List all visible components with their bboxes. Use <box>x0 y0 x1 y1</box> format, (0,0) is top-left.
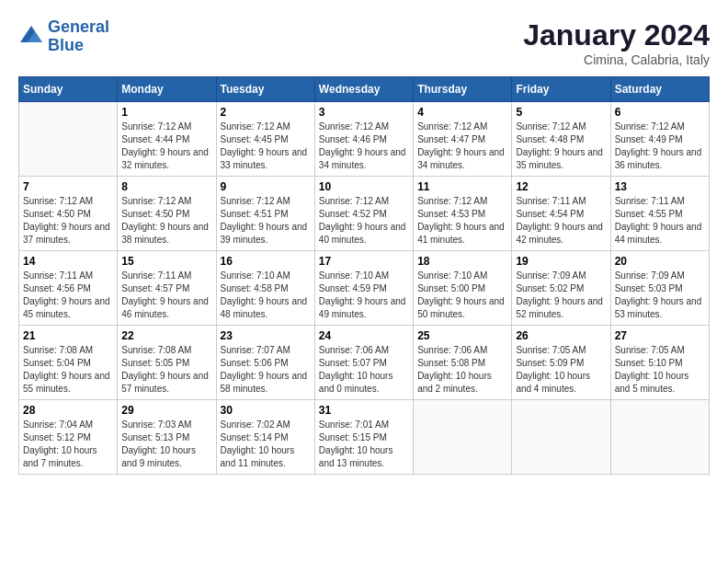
day-info: Sunrise: 7:09 AMSunset: 5:02 PMDaylight:… <box>516 270 606 321</box>
day-header-thursday: Thursday <box>414 77 512 102</box>
month-title: January 2024 <box>523 18 710 52</box>
day-info: Sunrise: 7:06 AMSunset: 5:08 PMDaylight:… <box>417 344 507 396</box>
calendar-week-row: 7Sunrise: 7:12 AMSunset: 4:50 PMDaylight… <box>19 177 710 251</box>
day-number: 22 <box>121 329 211 342</box>
day-info: Sunrise: 7:10 AMSunset: 4:58 PMDaylight:… <box>221 270 311 321</box>
calendar-week-row: 14Sunrise: 7:11 AMSunset: 4:56 PMDayligh… <box>19 251 710 326</box>
day-info: Sunrise: 7:07 AMSunset: 5:06 PMDaylight:… <box>221 344 311 396</box>
day-number: 12 <box>516 180 606 193</box>
logo-icon <box>18 24 44 50</box>
calendar-cell: 8Sunrise: 7:12 AMSunset: 4:50 PMDaylight… <box>118 177 216 251</box>
day-info: Sunrise: 7:11 AMSunset: 4:55 PMDaylight:… <box>615 195 705 247</box>
calendar-cell: 1Sunrise: 7:12 AMSunset: 4:44 PMDaylight… <box>118 102 216 177</box>
day-number: 1 <box>121 106 211 119</box>
day-info: Sunrise: 7:10 AMSunset: 5:00 PMDaylight:… <box>417 270 507 321</box>
day-info: Sunrise: 7:12 AMSunset: 4:48 PMDaylight:… <box>516 121 606 172</box>
calendar-header-row: SundayMondayTuesdayWednesdayThursdayFrid… <box>19 77 710 102</box>
day-number: 13 <box>615 180 705 193</box>
page-header: General Blue January 2024 Cimina, Calabr… <box>18 18 710 67</box>
calendar-cell: 23Sunrise: 7:07 AMSunset: 5:06 PMDayligh… <box>216 326 314 400</box>
calendar-cell: 7Sunrise: 7:12 AMSunset: 4:50 PMDaylight… <box>19 177 118 251</box>
day-info: Sunrise: 7:05 AMSunset: 5:10 PMDaylight:… <box>615 344 705 396</box>
day-number: 7 <box>23 180 113 193</box>
day-number: 2 <box>221 106 311 119</box>
calendar-cell: 19Sunrise: 7:09 AMSunset: 5:02 PMDayligh… <box>512 251 610 326</box>
calendar-cell: 25Sunrise: 7:06 AMSunset: 5:08 PMDayligh… <box>414 326 512 400</box>
day-info: Sunrise: 7:12 AMSunset: 4:51 PMDaylight:… <box>221 195 311 247</box>
day-number: 25 <box>417 329 507 342</box>
calendar-cell: 17Sunrise: 7:10 AMSunset: 4:59 PMDayligh… <box>314 251 413 326</box>
day-number: 17 <box>319 255 409 268</box>
day-number: 14 <box>23 255 113 268</box>
calendar-cell: 2Sunrise: 7:12 AMSunset: 4:45 PMDaylight… <box>216 102 314 177</box>
day-info: Sunrise: 7:12 AMSunset: 4:46 PMDaylight:… <box>319 121 409 172</box>
day-info: Sunrise: 7:05 AMSunset: 5:09 PMDaylight:… <box>516 344 606 396</box>
calendar-cell: 9Sunrise: 7:12 AMSunset: 4:51 PMDaylight… <box>216 177 314 251</box>
logo-line2: Blue <box>48 36 84 54</box>
calendar-cell: 30Sunrise: 7:02 AMSunset: 5:14 PMDayligh… <box>216 400 314 475</box>
day-number: 28 <box>23 404 113 417</box>
day-number: 19 <box>516 255 606 268</box>
calendar-cell: 31Sunrise: 7:01 AMSunset: 5:15 PMDayligh… <box>314 400 413 475</box>
day-info: Sunrise: 7:08 AMSunset: 5:04 PMDaylight:… <box>23 344 113 396</box>
day-info: Sunrise: 7:09 AMSunset: 5:03 PMDaylight:… <box>615 270 705 321</box>
calendar-cell: 11Sunrise: 7:12 AMSunset: 4:53 PMDayligh… <box>414 177 512 251</box>
day-info: Sunrise: 7:11 AMSunset: 4:56 PMDaylight:… <box>23 270 113 321</box>
day-number: 6 <box>615 106 705 119</box>
calendar-cell: 14Sunrise: 7:11 AMSunset: 4:56 PMDayligh… <box>19 251 118 326</box>
day-number: 20 <box>615 255 705 268</box>
day-header-tuesday: Tuesday <box>216 77 314 102</box>
calendar-cell: 27Sunrise: 7:05 AMSunset: 5:10 PMDayligh… <box>610 326 709 400</box>
calendar-cell <box>19 102 118 177</box>
calendar-cell: 20Sunrise: 7:09 AMSunset: 5:03 PMDayligh… <box>610 251 709 326</box>
day-number: 26 <box>516 329 606 342</box>
day-info: Sunrise: 7:12 AMSunset: 4:45 PMDaylight:… <box>221 121 311 172</box>
day-info: Sunrise: 7:04 AMSunset: 5:12 PMDaylight:… <box>23 419 113 470</box>
day-header-wednesday: Wednesday <box>314 77 413 102</box>
calendar-cell <box>610 400 709 475</box>
day-info: Sunrise: 7:06 AMSunset: 5:07 PMDaylight:… <box>319 344 409 396</box>
calendar-week-row: 28Sunrise: 7:04 AMSunset: 5:12 PMDayligh… <box>19 400 710 475</box>
day-header-monday: Monday <box>118 77 216 102</box>
calendar-cell: 13Sunrise: 7:11 AMSunset: 4:55 PMDayligh… <box>610 177 709 251</box>
calendar-cell: 29Sunrise: 7:03 AMSunset: 5:13 PMDayligh… <box>118 400 216 475</box>
day-info: Sunrise: 7:12 AMSunset: 4:50 PMDaylight:… <box>23 195 113 247</box>
day-number: 30 <box>221 404 311 417</box>
day-info: Sunrise: 7:02 AMSunset: 5:14 PMDaylight:… <box>221 419 311 470</box>
calendar-cell: 21Sunrise: 7:08 AMSunset: 5:04 PMDayligh… <box>19 326 118 400</box>
day-number: 18 <box>417 255 507 268</box>
logo-text: General Blue <box>48 18 109 55</box>
logo-line1: General <box>48 17 109 36</box>
logo: General Blue <box>18 18 109 55</box>
day-number: 27 <box>615 329 705 342</box>
day-info: Sunrise: 7:11 AMSunset: 4:57 PMDaylight:… <box>121 270 211 321</box>
calendar-cell: 6Sunrise: 7:12 AMSunset: 4:49 PMDaylight… <box>610 102 709 177</box>
calendar-cell: 16Sunrise: 7:10 AMSunset: 4:58 PMDayligh… <box>216 251 314 326</box>
day-info: Sunrise: 7:03 AMSunset: 5:13 PMDaylight:… <box>121 419 211 470</box>
day-header-friday: Friday <box>512 77 610 102</box>
day-info: Sunrise: 7:12 AMSunset: 4:49 PMDaylight:… <box>615 121 705 172</box>
title-block: January 2024 Cimina, Calabria, Italy <box>523 18 710 67</box>
day-info: Sunrise: 7:12 AMSunset: 4:53 PMDaylight:… <box>417 195 507 247</box>
day-number: 31 <box>319 404 409 417</box>
calendar-cell: 22Sunrise: 7:08 AMSunset: 5:05 PMDayligh… <box>118 326 216 400</box>
day-number: 15 <box>121 255 211 268</box>
day-number: 24 <box>319 329 409 342</box>
calendar-cell: 24Sunrise: 7:06 AMSunset: 5:07 PMDayligh… <box>314 326 413 400</box>
calendar-cell: 15Sunrise: 7:11 AMSunset: 4:57 PMDayligh… <box>118 251 216 326</box>
calendar-cell: 26Sunrise: 7:05 AMSunset: 5:09 PMDayligh… <box>512 326 610 400</box>
calendar-table: SundayMondayTuesdayWednesdayThursdayFrid… <box>18 76 710 475</box>
calendar-cell: 3Sunrise: 7:12 AMSunset: 4:46 PMDaylight… <box>314 102 413 177</box>
day-info: Sunrise: 7:12 AMSunset: 4:44 PMDaylight:… <box>121 121 211 172</box>
day-info: Sunrise: 7:12 AMSunset: 4:47 PMDaylight:… <box>417 121 507 172</box>
calendar-cell: 18Sunrise: 7:10 AMSunset: 5:00 PMDayligh… <box>414 251 512 326</box>
day-info: Sunrise: 7:11 AMSunset: 4:54 PMDaylight:… <box>516 195 606 247</box>
calendar-cell <box>414 400 512 475</box>
day-number: 3 <box>319 106 409 119</box>
day-number: 4 <box>417 106 507 119</box>
day-number: 8 <box>121 180 211 193</box>
calendar-cell: 4Sunrise: 7:12 AMSunset: 4:47 PMDaylight… <box>414 102 512 177</box>
calendar-cell: 28Sunrise: 7:04 AMSunset: 5:12 PMDayligh… <box>19 400 118 475</box>
day-number: 9 <box>221 180 311 193</box>
day-info: Sunrise: 7:08 AMSunset: 5:05 PMDaylight:… <box>121 344 211 396</box>
